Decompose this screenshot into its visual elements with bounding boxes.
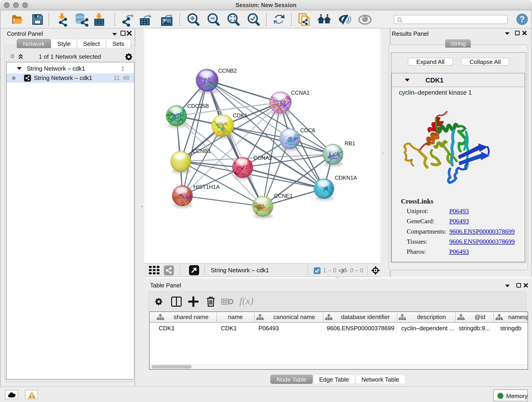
svg-text:RB1: RB1: [345, 140, 355, 147]
svg-text:CCNA2: CCNA2: [253, 155, 272, 161]
svg-text:CCNE1: CCNE1: [274, 193, 293, 199]
svg-text:CCNB2: CCNB2: [218, 68, 237, 74]
svg-text:CDC6: CDC6: [300, 127, 315, 133]
svg-text:CDC25B: CDC25B: [187, 103, 209, 109]
svg-text:HIST1H1A: HIST1H1A: [193, 184, 220, 190]
svg-text:CCNA1: CCNA1: [291, 89, 310, 96]
svg-text:?: ?: [520, 14, 525, 24]
svg-text:CCNB1: CCNB1: [192, 148, 211, 154]
svg-text:CDKN1A: CDKN1A: [335, 175, 357, 181]
svg-text:CDK1: CDK1: [233, 112, 247, 119]
